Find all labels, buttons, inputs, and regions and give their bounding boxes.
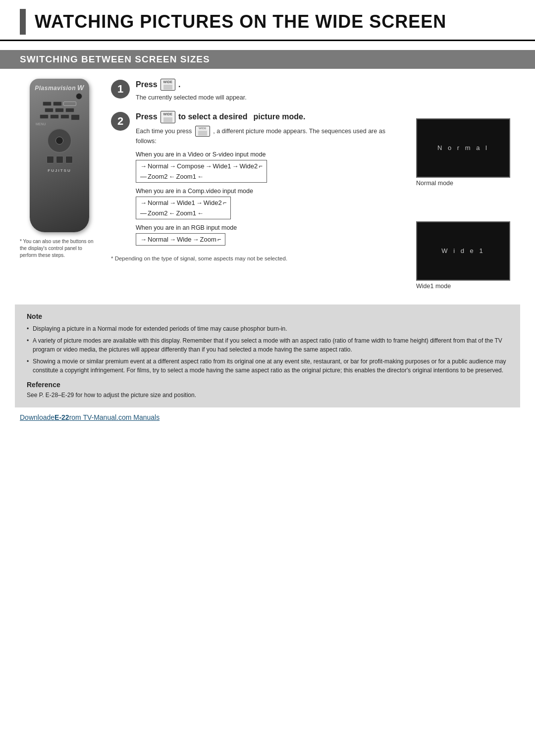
page-number: E-22 — [54, 413, 69, 421]
vol-button — [71, 114, 80, 120]
wide-button-icon-1: WIDE — [160, 79, 175, 91]
step-2-number: 2 — [111, 112, 130, 131]
seq3-zoom: Zoom — [200, 236, 216, 243]
note-title: Note — [27, 312, 508, 320]
seq3-arrow1: → — [140, 236, 147, 243]
step-1-content: Press WIDE . The currently selected mode… — [136, 79, 404, 102]
step-2-content: Press WIDE to select a desired picture m… — [136, 111, 404, 246]
page-title: WATCHING PICTURES ON THE WIDE SCREEN — [35, 9, 446, 35]
footer-prefix: Downloade — [20, 413, 54, 421]
bottom-buttons-row — [34, 156, 85, 163]
nav-ring — [47, 128, 72, 153]
step-2-block: 2 Press WIDE to select a desired picture… — [111, 111, 404, 246]
screens-gap — [416, 192, 515, 221]
bottom-btn-3 — [65, 156, 73, 163]
seq1-box: →Normal →Compose →Wide1 →Wide2 ⌐ — Zoom2… — [136, 160, 267, 183]
nav-area — [34, 128, 85, 153]
steps-column: 1 Press WIDE . The currently selected mo… — [111, 79, 404, 295]
sequence-2: When you are in a Comp.video input mode … — [136, 188, 404, 219]
step-1-press-label: Press — [136, 80, 158, 89]
menu-label: MENU — [34, 122, 85, 126]
step-1-number: 1 — [111, 80, 130, 99]
footer-suffix: rom TV-Manual.com Manuals — [69, 413, 160, 421]
seq2-wide1: Wide1 — [177, 199, 195, 206]
rgb3-button — [65, 108, 74, 112]
seq1-arrow1: → — [140, 162, 147, 170]
display-button — [43, 101, 52, 106]
step-1-title: Press WIDE . — [136, 79, 404, 91]
seq2-backward: — Zoom2 ← Zoom1 ← — [136, 208, 230, 219]
bottom-btn-1 — [47, 156, 54, 163]
seq3-arrow3: → — [193, 236, 199, 243]
wide-button-icon-inline: WIDE — [195, 126, 210, 137]
seq1-zoom1: Zoom1 — [176, 173, 196, 180]
seq2-forward: →Normal →Wide1 →Wide2 ⌐ — [136, 197, 230, 208]
seq1-larrow2: ← — [197, 173, 204, 180]
note-item-2: A variety of picture modes are available… — [27, 336, 508, 354]
seq1-wide2: Wide2 — [239, 162, 258, 170]
bottom-btn-2 — [56, 156, 63, 163]
main-content: Plasmavision W MENU — [0, 69, 535, 295]
seq2-zoom1: Zoom1 — [176, 209, 196, 217]
sequence-1: When you are in a Video or S-video input… — [136, 151, 404, 183]
seq1-arrow3: → — [206, 162, 212, 170]
seq2-label: When you are in a Comp.video input mode — [136, 188, 404, 195]
remote-power-row — [34, 93, 85, 100]
fujitsu-logo: FUJITSU — [34, 168, 85, 173]
note-box: Note Displaying a picture in a Normal mo… — [15, 304, 520, 407]
third-buttons-row — [34, 114, 85, 120]
screen-2-caption: Wide1 mode — [416, 283, 515, 290]
seq2-wide2: Wide2 — [204, 199, 222, 206]
seq3-wide: Wide — [177, 236, 192, 243]
screen-2-text: W i d e 1 — [441, 247, 484, 254]
remote-brand: Plasmavision W — [34, 84, 85, 92]
step-1-period: . — [178, 80, 180, 89]
tv-screen-1: N o r m a l — [416, 118, 510, 178]
remote-illustration: Plasmavision W MENU — [30, 79, 89, 232]
seq2-zoom2: Zoom2 — [148, 209, 167, 217]
seq1-forward: →Normal →Compose →Wide1 →Wide2 ⌐ — [136, 160, 267, 172]
footer-link-area: DownloadeE-22rom TV-Manual.com Manuals — [0, 407, 535, 425]
seq1-wide1: Wide1 — [213, 162, 231, 170]
seq2-dash: — — [140, 209, 147, 217]
seq2-larrow2: ← — [197, 209, 204, 217]
step-2-press-label: Press — [136, 112, 158, 121]
seq2-normal: Normal — [148, 199, 168, 206]
step-2-picture-mode-label: picture mode. — [254, 112, 306, 121]
rgb1-button — [45, 108, 54, 112]
screens-column: N o r m a l Normal mode W i d e 1 Wide1 … — [416, 79, 515, 295]
mode-button — [53, 101, 62, 106]
wide-button-icon-2: WIDE — [160, 111, 175, 123]
seq2-arrow3: → — [196, 199, 203, 206]
seq1-dash: — — [140, 173, 147, 180]
accent-bar — [20, 9, 26, 35]
page-header: WATCHING PICTURES ON THE WIDE SCREEN — [0, 0, 535, 41]
seq1-backward: — Zoom2 ← Zoom1 ← — [136, 172, 267, 182]
steps-footnote: * Depending on the type of signal, some … — [111, 254, 404, 263]
remote-footnote: * You can also use the buttons on the di… — [20, 238, 99, 259]
seq2-larrow1: ← — [168, 209, 175, 217]
seq1-larrow1: ← — [168, 173, 175, 180]
footer-link[interactable]: DownloadeE-22rom TV-Manual.com Manuals — [20, 413, 160, 421]
seq3-forward: →Normal →Wide →Zoom ⌐ — [136, 234, 225, 245]
rgb2-button — [55, 108, 64, 112]
step-2-description: Each time you press WIDE , a different p… — [136, 126, 404, 147]
step-1-description: The currently selected mode will appear. — [136, 93, 404, 102]
remote-column: Plasmavision W MENU — [20, 79, 99, 295]
mode4-button — [60, 114, 69, 119]
step-2-title: Press WIDE to select a desired picture m… — [136, 111, 404, 123]
sequence-3: When you are in an RGB input mode →Norma… — [136, 224, 404, 246]
screen-1-caption: Normal mode — [416, 180, 515, 187]
note-item-1: Displaying a picture in a Normal mode fo… — [27, 324, 508, 333]
seq1-label: When you are in a Video or S-video input… — [136, 151, 404, 158]
power-button — [76, 93, 82, 100]
reference-title: Reference — [27, 381, 508, 389]
seq2-arrow2: → — [169, 199, 176, 206]
seq3-normal: Normal — [148, 236, 168, 243]
footnote-text: * Depending on the type of signal, some … — [111, 254, 404, 263]
mode3-button — [50, 114, 59, 119]
seq2-arrow1: → — [140, 199, 147, 206]
seq1-corner1: ⌐ — [259, 162, 263, 170]
seq2-corner1: ⌐ — [223, 199, 227, 206]
screen-1-container: N o r m a l Normal mode — [416, 118, 515, 187]
